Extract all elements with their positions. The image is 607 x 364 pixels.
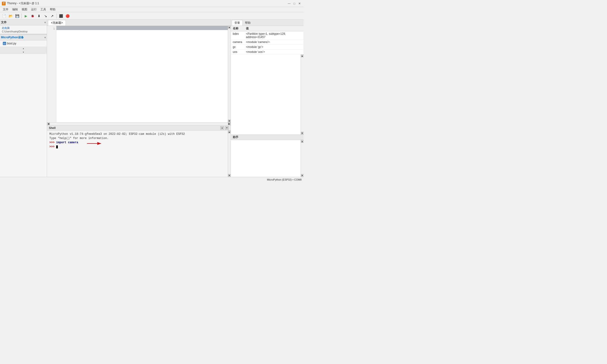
file-bootpy[interactable]: py boot.py <box>2 41 45 46</box>
title-bar: T Thonny - <无标题> @ 1:1 — □ ✕ <box>0 0 304 7</box>
debug-button[interactable]: 🐞 <box>29 13 36 19</box>
var-value-gc: <module 'gc'> <box>244 45 304 50</box>
vscroll-up-arrow[interactable]: ▲ <box>228 26 231 29</box>
variables-table: 名称 值 bdev <Partition type=1, subtype=129… <box>231 26 304 54</box>
var-value-camera: <module 'camera'> <box>244 40 304 45</box>
menu-view[interactable]: 视图 <box>20 7 29 12</box>
shell-line-3: >>> import camera <box>49 141 225 145</box>
shell-content[interactable]: MicroPython v1.18-74-gfeeeb5ea3 on 2022-… <box>47 130 228 177</box>
tab-help[interactable]: 帮助 <box>243 20 253 26</box>
shell-line-1: MicroPython v1.18-74-gfeeeb5ea3 on 2022-… <box>49 132 225 136</box>
vscroll-down-arrow[interactable]: ▼ <box>228 119 231 122</box>
shell-line-2: Type "help()" for more information. <box>49 136 225 141</box>
helper-panel: 助手 ▲ ▼ <box>231 135 304 177</box>
editor-hscrollbar[interactable]: ◀ ▶ <box>47 122 231 125</box>
editor-tabs: <无标题> <box>47 20 231 26</box>
sidebar-collapse-icon[interactable]: ≡ <box>44 21 46 24</box>
toggle-button[interactable]: 🔴 <box>64 13 70 19</box>
var-value-bdev: <Partition type=1, subtype=129, address=… <box>244 31 304 40</box>
menu-bar: 文件 编辑 视图 运行 工具 帮助 <box>0 7 304 12</box>
editor-vscrollbar[interactable]: ▲ ▼ <box>228 26 231 122</box>
shell-vscroll-up[interactable]: ▲ <box>228 130 231 133</box>
hscroll-right-arrow[interactable]: ▶ <box>228 123 231 125</box>
sidebar-scroll-up[interactable]: ▲ <box>0 47 47 50</box>
step-out-button[interactable]: ↗ <box>49 13 55 19</box>
new-file-button[interactable]: 📄 <box>1 13 7 19</box>
var-col-value: 值 <box>244 26 304 31</box>
sidebar-micropython-collapse-icon[interactable]: ≡ <box>44 36 46 39</box>
var-vscroll-up[interactable]: ▲ <box>301 54 304 57</box>
window-controls: — □ ✕ <box>287 1 302 6</box>
toolbar-separator-1 <box>21 14 22 18</box>
title-bar-left: T Thonny - <无标题> @ 1:1 <box>2 1 39 5</box>
shell-cmd-1: import camera <box>56 141 78 144</box>
hscroll-left-arrow[interactable]: ◀ <box>47 123 50 125</box>
menu-run[interactable]: 运行 <box>29 7 39 12</box>
shell-prompt-2: >>> <box>49 145 56 148</box>
var-row-gc: gc <module 'gc'> <box>231 45 304 50</box>
var-vscroll-down[interactable]: ▼ <box>301 132 304 135</box>
shell-scroll-up[interactable]: ▲ <box>220 126 224 130</box>
toolbar-separator-2 <box>56 14 57 18</box>
sidebar-micropython-section: MicroPython设备 ≡ py boot.py ▲ ▼ <box>0 35 47 54</box>
maximize-button[interactable]: □ <box>292 1 296 6</box>
step-over-button[interactable]: ⬇ <box>36 13 42 19</box>
var-col-name: 名称 <box>231 26 244 31</box>
right-content-scrollable: ▲ ▼ <box>231 54 304 135</box>
shell-info-1: MicroPython v1.18-74-gfeeeb5ea3 on 2022-… <box>49 132 185 136</box>
save-file-button[interactable]: 💾 <box>14 13 20 19</box>
open-file-button[interactable]: 📂 <box>8 13 14 19</box>
sidebar-computer-section: 文件 ≡ 此电脑 C:\Users\huang\Desktop <box>0 20 47 34</box>
helper-vscroll-down[interactable]: ▼ <box>301 174 304 177</box>
right-content-spacer <box>231 54 301 135</box>
shell-vscrollbar[interactable]: ▲ ▼ <box>228 130 231 177</box>
menu-help[interactable]: 帮助 <box>48 7 57 12</box>
run-button[interactable]: ▶ <box>23 13 29 19</box>
variables-vscrollbar[interactable]: ▲ ▼ <box>301 54 304 135</box>
var-name-camera: camera <box>231 40 244 45</box>
hscroll-track[interactable] <box>50 123 228 125</box>
minimize-button[interactable]: — <box>287 1 291 6</box>
helper-vscrollbar[interactable]: ▲ ▼ <box>301 140 304 177</box>
right-panel-tabs: 变量 帮助 <box>231 20 304 26</box>
editor-gutter: 1 <box>47 26 56 122</box>
status-bar: MicroPython (ESP32) • COM8 <box>0 177 304 182</box>
sidebar-computer-content: 此电脑 C:\Users\huang\Desktop <box>0 25 47 34</box>
shell-panel: Shell ▲ ▼ MicroPython v1.18-74-gfeeeb5ea… <box>47 125 231 177</box>
helper-text-area <box>231 140 301 177</box>
editor-tab-untitled[interactable]: <无标题> <box>48 20 66 26</box>
editor-content[interactable] <box>56 26 228 122</box>
stop-button[interactable]: ⬛ <box>58 13 64 19</box>
helper-vscroll-up[interactable]: ▲ <box>301 140 304 143</box>
vscroll-track[interactable] <box>228 29 231 119</box>
python-file-icon: py <box>3 42 6 45</box>
thonny-icon: T <box>2 2 6 5</box>
shell-scroll-down[interactable]: ▼ <box>225 126 229 130</box>
this-computer-link[interactable]: 此电脑 <box>2 26 10 29</box>
var-row-camera: camera <module 'camera'> <box>231 40 304 45</box>
shell-vscroll-down[interactable]: ▼ <box>228 174 231 177</box>
var-vscroll-track[interactable] <box>301 57 304 132</box>
shell-title: Shell <box>49 126 56 130</box>
sidebar-micropython-header: MicroPython设备 ≡ <box>0 35 47 40</box>
sidebar-micropython-title: MicroPython设备 <box>1 36 24 39</box>
sidebar-files-header: 文件 ≡ <box>0 20 47 25</box>
menu-file[interactable]: 文件 <box>1 7 10 12</box>
shell-cursor <box>56 145 58 148</box>
tab-variables[interactable]: 变量 <box>232 20 243 26</box>
helper-inner: ▲ ▼ <box>231 140 304 177</box>
sidebar-micropython-content: py boot.py <box>0 40 47 47</box>
step-into-button[interactable]: ↘ <box>42 13 49 19</box>
main-layout: 文件 ≡ 此电脑 C:\Users\huang\Desktop MicroPyt… <box>0 20 304 177</box>
menu-edit[interactable]: 编辑 <box>10 7 20 12</box>
helper-vscroll-track[interactable] <box>301 143 304 174</box>
var-value-uos: <module 'uos'> <box>244 50 304 54</box>
shell-header: Shell ▲ ▼ <box>47 125 231 130</box>
sidebar-scroll-down[interactable]: ▼ <box>0 50 47 54</box>
helper-content[interactable]: ▲ ▼ <box>231 140 304 177</box>
menu-tools[interactable]: 工具 <box>39 7 48 12</box>
var-name-uos: uos <box>231 50 244 54</box>
close-button[interactable]: ✕ <box>297 1 302 6</box>
shell-vscroll-track[interactable] <box>228 133 231 174</box>
line-number-1: 1 <box>53 27 55 31</box>
